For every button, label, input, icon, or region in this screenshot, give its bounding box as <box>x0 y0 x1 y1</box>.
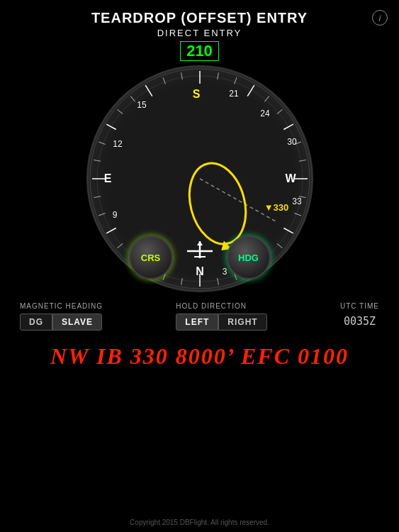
svg-text:E: E <box>103 172 111 184</box>
svg-line-19 <box>298 160 305 162</box>
crs-button[interactable]: CRS <box>129 235 173 279</box>
svg-line-15 <box>234 77 236 84</box>
page-title: TEARDROP (OFFSET) ENTRY <box>0 10 399 26</box>
dg-button[interactable]: DG <box>20 314 52 331</box>
hold-direction-group: HOLD DIRECTION LEFT RIGHT <box>176 302 266 331</box>
dg-slave-buttons: DG SLAVE <box>20 314 102 331</box>
svg-line-31 <box>94 196 101 198</box>
svg-line-32 <box>94 160 101 162</box>
svg-line-21 <box>294 214 300 216</box>
hold-direction-label: HOLD DIRECTION <box>176 302 247 310</box>
svg-text:N: N <box>196 265 204 277</box>
svg-line-26 <box>181 278 182 285</box>
svg-line-30 <box>99 214 105 216</box>
course-value: 210 <box>180 41 219 61</box>
svg-text:24: 24 <box>260 109 270 118</box>
svg-text:30: 30 <box>287 137 297 147</box>
hdg-button[interactable]: HDG <box>227 235 271 279</box>
info-icon[interactable]: i <box>372 10 388 26</box>
svg-line-25 <box>217 278 218 285</box>
svg-text:21: 21 <box>229 89 239 99</box>
svg-line-14 <box>217 72 218 79</box>
svg-text:W: W <box>285 172 296 184</box>
svg-line-52 <box>200 179 276 221</box>
crs-label: CRS <box>141 253 160 263</box>
right-button[interactable]: RIGHT <box>218 314 266 331</box>
magnetic-heading-group: MAGNETIC HEADING DG SLAVE <box>20 302 103 331</box>
svg-marker-58 <box>197 241 203 245</box>
svg-line-36 <box>163 77 165 84</box>
controls-section: MAGNETIC HEADING DG SLAVE HOLD DIRECTION… <box>0 295 399 331</box>
hdg-label: HDG <box>238 253 259 263</box>
svg-line-12 <box>106 124 116 129</box>
magnetic-heading-label: MAGNETIC HEADING <box>20 302 103 310</box>
svg-text:S: S <box>192 88 200 100</box>
left-button[interactable]: LEFT <box>176 314 218 331</box>
svg-text:9: 9 <box>112 210 117 220</box>
utc-value: 0035Z <box>344 315 376 328</box>
svg-text:33: 33 <box>292 196 302 206</box>
utc-label: UTC TIME <box>340 302 379 310</box>
page-subtitle: DIRECT ENTRY <box>0 28 399 38</box>
svg-text:▼330: ▼330 <box>264 202 288 213</box>
svg-text:12: 12 <box>113 139 123 149</box>
svg-line-10 <box>106 228 116 233</box>
svg-line-33 <box>99 142 105 144</box>
compass: S W N E 21 24 30 33 3 6 9 12 15 ▼330 <box>86 65 313 292</box>
utc-group: UTC TIME 0035Z <box>340 302 379 328</box>
svg-line-4 <box>283 124 293 129</box>
svg-text:3: 3 <box>222 267 227 277</box>
svg-line-6 <box>283 228 293 233</box>
left-right-buttons: LEFT RIGHT <box>176 314 266 331</box>
svg-text:15: 15 <box>137 100 147 110</box>
svg-line-37 <box>181 72 182 79</box>
compass-svg: S W N E 21 24 30 33 3 6 9 12 15 ▼330 <box>86 65 313 292</box>
clearance-text: NW IB 330 8000’ EFC 0100 <box>0 343 399 370</box>
slave-button[interactable]: SLAVE <box>52 314 102 331</box>
copyright-text: Copyright 2015 DBFlight. All rights rese… <box>0 519 399 526</box>
